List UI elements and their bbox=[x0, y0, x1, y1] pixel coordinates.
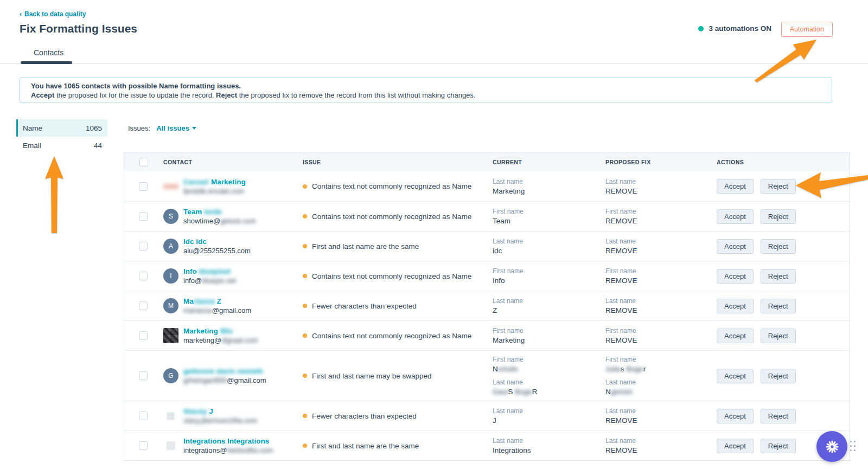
field: Last nameZ bbox=[493, 297, 601, 315]
proposed-fix-cell: First nameJulias BogerLast nameNgemini bbox=[604, 351, 716, 401]
reject-button[interactable]: Reject bbox=[761, 209, 796, 224]
current-cell: First nameMarketing bbox=[492, 322, 604, 349]
sidebar-item-count: 1065 bbox=[86, 124, 102, 132]
sidebar-item-email[interactable]: Email 44 bbox=[16, 137, 107, 154]
table-row: I Info bluepixel info@bluepix.net Contai… bbox=[124, 261, 850, 291]
proposed-fix-cell: First nameREMOVE bbox=[604, 322, 716, 349]
field-label: Last name bbox=[493, 407, 601, 416]
contact-avatar: M bbox=[163, 298, 178, 313]
automation-button[interactable]: Automation bbox=[781, 22, 833, 37]
contact-name-link[interactable]: Team lorde bbox=[183, 208, 222, 216]
contact-email: mariassa@gmail.com bbox=[183, 306, 251, 315]
sidebar-item-label: Name bbox=[23, 124, 42, 132]
issue-status-dot bbox=[303, 414, 307, 418]
contact-name-link[interactable]: Info bluepixel bbox=[183, 267, 231, 275]
field-value: Marketing bbox=[493, 187, 601, 196]
issues-filter: Issues: All issues bbox=[128, 124, 196, 132]
issues-filter-dropdown[interactable]: All issues bbox=[156, 124, 196, 132]
drag-handle-dots[interactable] bbox=[850, 441, 856, 451]
accept-button[interactable]: Accept bbox=[717, 369, 754, 383]
reject-button[interactable]: Reject bbox=[761, 269, 796, 284]
column-header-contact: CONTACT bbox=[162, 155, 296, 170]
field: Last nameIntegrations bbox=[493, 436, 601, 455]
sidebar-item-name[interactable]: Name 1065 bbox=[16, 119, 107, 137]
field-label: First name bbox=[605, 207, 712, 216]
issue-status-dot bbox=[303, 244, 307, 248]
current-cell: Last nameMarketing bbox=[492, 173, 604, 200]
contact-name-link[interactable]: Stacey J bbox=[183, 407, 213, 415]
accept-button[interactable]: Accept bbox=[717, 239, 754, 254]
field: First nameREMOVE bbox=[605, 207, 712, 226]
field-label: Last name bbox=[493, 237, 601, 246]
accept-button[interactable]: Accept bbox=[717, 209, 754, 224]
row-checkbox[interactable] bbox=[139, 412, 148, 420]
accept-button[interactable]: Accept bbox=[717, 329, 754, 343]
field-label: Last name bbox=[605, 378, 712, 387]
issue-text: Contains text not commonly recognized as… bbox=[312, 272, 471, 280]
field-label: First name bbox=[605, 267, 712, 276]
row-checkbox[interactable] bbox=[139, 272, 148, 280]
reject-button[interactable]: Reject bbox=[761, 369, 796, 383]
table-body: Carvart Marketing fjorddik.envaid.com Co… bbox=[124, 171, 850, 460]
current-cell: First nameNichollsLast nameGaulS BogeR bbox=[492, 351, 604, 401]
row-checkbox[interactable] bbox=[139, 301, 148, 310]
row-checkbox[interactable] bbox=[139, 371, 148, 380]
contact-avatar bbox=[163, 438, 178, 453]
accept-button[interactable]: Accept bbox=[717, 409, 754, 423]
field-value: REMOVE bbox=[605, 446, 712, 455]
field: Last nameMarketing bbox=[493, 177, 601, 196]
reject-button[interactable]: Reject bbox=[761, 439, 796, 453]
contact-name-link[interactable]: Mariassa Z bbox=[183, 297, 221, 305]
select-all-checkbox[interactable] bbox=[139, 158, 148, 166]
contact-name-link[interactable]: Idc idc bbox=[183, 237, 207, 246]
breeze-ai-button[interactable] bbox=[816, 431, 847, 462]
reject-button[interactable]: Reject bbox=[761, 179, 796, 194]
contact-name-link[interactable]: Marketing Wix bbox=[183, 327, 233, 335]
field-value: GaulS BogeR bbox=[493, 387, 601, 396]
field-value: REMOVE bbox=[605, 336, 712, 345]
contact-avatar: A bbox=[163, 239, 178, 254]
row-checkbox[interactable] bbox=[139, 331, 148, 340]
field: Last nameREMOVE bbox=[605, 297, 712, 315]
field-label: Last name bbox=[605, 237, 712, 246]
field: First nameInfo bbox=[493, 267, 601, 285]
tab-contacts[interactable]: Contacts bbox=[34, 48, 63, 57]
row-checkbox[interactable] bbox=[139, 242, 148, 250]
contact-avatar: S bbox=[163, 209, 178, 224]
field-label: First name bbox=[493, 326, 601, 336]
accept-button[interactable]: Accept bbox=[717, 269, 754, 284]
accept-button[interactable]: Accept bbox=[717, 439, 754, 453]
contact-name-link[interactable]: Integrations Integrations bbox=[183, 437, 269, 445]
table-row: G gettonne davis nemeth grheingart955@gm… bbox=[124, 350, 850, 401]
field: First nameREMOVE bbox=[605, 267, 712, 285]
row-checkbox[interactable] bbox=[139, 441, 148, 450]
field-value: REMOVE bbox=[605, 416, 712, 425]
contacts-table: CONTACT ISSUE CURRENT PROPOSED FIX ACTIO… bbox=[124, 152, 850, 461]
page-title: Fix Formatting Issues bbox=[20, 22, 137, 35]
issue-status-dot bbox=[303, 214, 307, 219]
column-header-actions: ACTIONS bbox=[716, 155, 850, 170]
contact-name-link[interactable]: Carvart Marketing bbox=[183, 178, 246, 186]
reject-button[interactable]: Reject bbox=[761, 409, 796, 423]
reject-button[interactable]: Reject bbox=[761, 239, 796, 254]
field-label: Last name bbox=[493, 378, 601, 387]
back-link[interactable]: ‹Back to data quality bbox=[20, 10, 86, 18]
reject-button[interactable]: Reject bbox=[761, 299, 796, 313]
issue-text: Contains text not commonly recognized as… bbox=[312, 213, 471, 221]
proposed-fix-cell: First nameREMOVE bbox=[604, 203, 716, 230]
accept-button[interactable]: Accept bbox=[717, 299, 754, 313]
reject-button[interactable]: Reject bbox=[761, 329, 796, 343]
contact-avatar: G bbox=[163, 368, 178, 383]
issue-category-list: Name 1065 Email 44 bbox=[16, 119, 107, 154]
banner-line2: Accept the proposed fix for the issue to… bbox=[31, 91, 821, 100]
table-row: Marketing Wix marketing@digraal.com Cont… bbox=[124, 320, 850, 350]
row-checkbox[interactable] bbox=[139, 212, 148, 221]
current-cell: First nameInfo bbox=[492, 262, 604, 290]
contact-name-link[interactable]: gettonne davis nemeth bbox=[183, 367, 263, 375]
accept-button[interactable]: Accept bbox=[717, 179, 754, 194]
proposed-fix-cell: Last nameREMOVE bbox=[604, 233, 716, 260]
contact-email: aiu@255255255.com bbox=[183, 246, 251, 255]
field: Last nameJ bbox=[493, 407, 601, 425]
row-checkbox[interactable] bbox=[139, 182, 148, 191]
field: Last nameidc bbox=[493, 237, 601, 255]
